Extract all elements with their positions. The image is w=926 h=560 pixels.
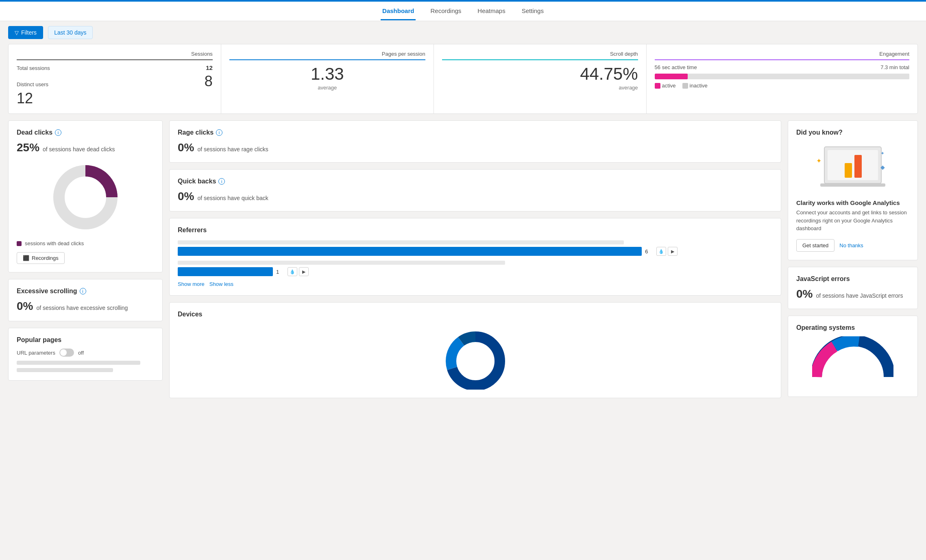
tab-recordings[interactable]: Recordings [429,2,463,20]
dead-clicks-legend-sq [17,241,22,246]
pages-per-session-sub: average [229,85,425,91]
main-content: Dead clicks i 25% of sessions have dead … [0,120,926,406]
show-more-link[interactable]: Show more [178,281,205,287]
url-placeholder-2 [17,368,113,372]
total-time-label: 7.3 min total [880,64,909,70]
quick-backs-card: Quick backs i 0% of sessions have quick … [169,169,781,211]
devices-card: Devices [169,302,781,398]
rage-clicks-title: Rage clicks [178,129,214,136]
right-column: Did you know? ✦ ✦ ◆ [788,120,918,398]
quick-backs-pct: 0% [178,190,194,203]
dyk-card-desc: Connect your accounts and get links to s… [796,209,909,233]
dyk-laptop-svg: ✦ ✦ ◆ [812,143,893,192]
svg-rect-6 [828,150,878,180]
url-params-toggle[interactable] [59,349,74,357]
toggle-state: off [78,350,84,356]
stats-bar: Sessions Total sessions 12 Distinct user… [8,44,918,114]
dead-clicks-desc: of sessions have dead clicks [43,146,115,153]
referrers-title: Referrers [178,227,207,233]
get-started-button[interactable]: Get started [796,239,834,252]
total-sessions-value: 12 [206,64,213,71]
nav-tabs: Dashboard Recordings Heatmaps Settings [381,2,545,20]
os-donut-svg [812,336,893,385]
date-filter-button[interactable]: Last 30 days [48,26,92,39]
referrer-row-2: 1 💧 ▶ [178,261,773,276]
middle-column: Rage clicks i 0% of sessions have rage c… [169,120,781,398]
quick-backs-info-icon[interactable]: i [218,178,225,185]
os-title: Operating systems [796,324,855,331]
dead-clicks-title: Dead clicks [17,129,52,136]
rage-clicks-info-icon[interactable]: i [216,129,222,136]
dead-clicks-donut [17,161,154,234]
sessions-header: Sessions [17,51,213,60]
referrer-drop-icon-1[interactable]: 💧 [656,247,666,256]
popular-pages-card: Popular pages URL parameters off [8,328,163,381]
referrer-url-1 [178,240,624,244]
tab-dashboard[interactable]: Dashboard [381,2,416,20]
pages-per-session-stat: Pages per session 1.33 average [221,44,434,113]
sessions-stat: Sessions Total sessions 12 Distinct user… [9,44,221,113]
svg-rect-8 [854,155,862,178]
tab-settings[interactable]: Settings [520,2,545,20]
distinct-users-label: Distinct users [17,81,48,87]
show-less-link[interactable]: Show less [209,281,233,287]
svg-text:✦: ✦ [880,150,885,156]
engagement-bar-active [655,74,688,79]
filters-label: Filters [21,29,37,36]
pages-per-session-header: Pages per session [229,51,425,60]
svg-text:◆: ◆ [880,164,885,170]
scroll-depth-value: 44.75% [442,64,638,84]
referrers-card: Referrers 6 💧 ▶ 1 [169,218,781,296]
referrer-drop-icon-2[interactable]: 💧 [288,267,297,276]
js-errors-pct: 0% [796,288,813,301]
rage-clicks-card: Rage clicks i 0% of sessions have rage c… [169,120,781,163]
operating-systems-card: Operating systems [788,316,918,397]
excessive-scrolling-card: Excessive scrolling i 0% of sessions hav… [8,279,163,321]
js-errors-card: JavaScript errors 0% of sessions have Ja… [788,267,918,309]
devices-title: Devices [178,311,203,318]
tab-heatmaps[interactable]: Heatmaps [476,2,507,20]
svg-text:✦: ✦ [816,157,821,164]
engagement-bar-bg [655,74,909,79]
excessive-scrolling-pct: 0% [17,300,33,313]
dead-clicks-legend-label: sessions with dead clicks [25,240,84,246]
dead-clicks-info-icon[interactable]: i [55,129,61,136]
did-you-know-title: Did you know? [796,129,843,136]
left-column: Dead clicks i 25% of sessions have dead … [8,120,163,398]
rage-clicks-pct: 0% [178,141,194,154]
quick-backs-title: Quick backs [178,178,216,185]
scroll-depth-stat: Scroll depth 44.75% average [434,44,647,113]
filters-button[interactable]: ▽ Filters [8,26,43,39]
referrer-count-2: 1 [276,269,284,275]
excessive-scrolling-info-icon[interactable]: i [80,288,86,294]
dead-clicks-donut-svg [49,161,122,234]
referrer-bar-1 [178,247,642,256]
active-time-label: 56 sec active time [655,64,697,70]
engagement-stat: Engagement 56 sec active time 7.3 min to… [647,44,917,113]
pages-per-session-value: 1.33 [229,64,425,84]
referrer-play-icon-1[interactable]: ▶ [668,247,678,256]
did-you-know-card: Did you know? ✦ ✦ ◆ [788,120,918,260]
total-sessions-big: 12 [17,90,213,107]
excessive-scrolling-title: Excessive scrolling [17,288,77,295]
inactive-legend-label: inactive [690,83,708,89]
referrer-bar-2 [178,267,273,276]
active-legend-dot [655,83,660,89]
dyk-illustration: ✦ ✦ ◆ [796,143,909,193]
svg-rect-9 [820,183,885,187]
no-thanks-button[interactable]: No thanks [839,242,863,248]
engagement-header: Engagement [655,51,909,60]
dead-clicks-pct: 25% [17,141,39,154]
inactive-legend-dot [682,83,688,89]
top-nav: Dashboard Recordings Heatmaps Settings [0,2,926,21]
svg-rect-7 [845,163,852,178]
quick-backs-desc: of sessions have quick back [197,195,268,201]
referrer-row-1: 6 💧 ▶ [178,240,773,256]
active-legend-label: active [662,83,676,89]
js-errors-desc: of sessions have JavaScript errors [816,292,903,299]
recordings-btn-label: Recordings [32,255,59,261]
total-sessions-label: Total sessions [17,65,50,71]
referrer-url-2 [178,261,505,265]
referrer-play-icon-2[interactable]: ▶ [299,267,309,276]
recordings-button[interactable]: ⬛ Recordings [17,252,65,264]
